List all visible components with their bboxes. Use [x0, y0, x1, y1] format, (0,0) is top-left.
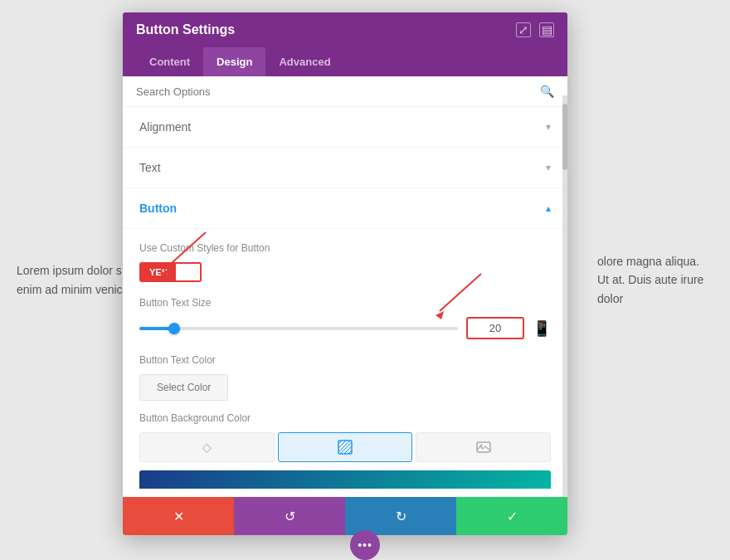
slider-row: 20 📱 — [139, 317, 551, 339]
tab-design[interactable]: Design — [203, 47, 265, 76]
text-color-picker[interactable]: Select Color — [139, 374, 228, 401]
cancel-button[interactable]: ✕ — [123, 497, 234, 535]
button-settings-modal: Button Settings ⤢ ▤ Content Design Advan… — [123, 12, 567, 535]
bg-text-right: olore magna aliqua. Ut at. Duis aute iru… — [597, 252, 713, 308]
expand-icon[interactable]: ⤢ — [516, 22, 531, 37]
tab-advanced[interactable]: Advanced — [265, 47, 343, 76]
solid-color-option[interactable]: ◇ — [139, 432, 275, 462]
button-section-title: Button — [139, 202, 177, 215]
text-title: Text — [139, 161, 161, 174]
alignment-title: Alignment — [139, 120, 191, 134]
bg-color-options: ◇ — [139, 432, 551, 462]
toggle-row: YES — [139, 262, 551, 282]
sidebar-icon[interactable]: ▤ — [539, 22, 554, 37]
tab-content[interactable]: Content — [136, 47, 203, 76]
svg-line-5 — [344, 446, 352, 454]
slider-container — [139, 327, 458, 330]
no-button[interactable] — [176, 264, 200, 280]
button-section-content: Use Custom Styles for Button YES Button … — [123, 229, 567, 489]
yes-no-toggle[interactable]: YES — [139, 262, 202, 282]
modal-scrollbar[interactable] — [562, 95, 567, 497]
svg-line-2 — [338, 441, 346, 448]
section-text[interactable]: Text ▾ — [123, 148, 567, 188]
slider-thumb[interactable] — [168, 323, 180, 334]
slider-fill — [139, 327, 171, 330]
yes-button[interactable]: YES — [141, 264, 176, 280]
text-chevron: ▾ — [546, 162, 551, 173]
bg-color-label: Button Background Color — [139, 412, 551, 424]
slider-value[interactable]: 20 — [466, 317, 524, 339]
search-bar: 🔍 — [123, 76, 567, 107]
redo-button[interactable]: ↻ — [345, 497, 456, 535]
section-button-header[interactable]: Button ▴ — [123, 188, 567, 229]
image-color-option[interactable] — [416, 432, 551, 462]
gradient-color-option[interactable] — [278, 432, 413, 462]
search-icon: 🔍 — [540, 85, 554, 98]
modal-footer: ✕ ↺ ↻ ✓ — [123, 497, 567, 535]
save-button[interactable]: ✓ — [456, 497, 567, 535]
device-icon[interactable]: 📱 — [533, 319, 551, 338]
undo-button[interactable]: ↺ — [234, 497, 345, 535]
modal-content: Alignment ▾ Text ▾ Button ▴ Use Custom S… — [123, 107, 567, 489]
text-color-label: Button Text Color — [139, 354, 551, 366]
section-alignment[interactable]: Alignment ▾ — [123, 107, 567, 148]
image-icon — [476, 441, 491, 453]
search-input[interactable] — [136, 85, 540, 98]
three-dots-button[interactable]: ••• — [350, 530, 380, 560]
alignment-chevron: ▾ — [546, 121, 551, 133]
modal-header-icons: ⤢ ▤ — [516, 22, 554, 37]
gradient-preview — [139, 470, 551, 489]
button-chevron: ▴ — [546, 202, 551, 214]
custom-styles-label: Use Custom Styles for Button — [139, 242, 551, 254]
modal-tabs: Content Design Advanced — [123, 47, 567, 76]
scrollbar-thumb — [562, 104, 567, 170]
modal-title: Button Settings — [136, 22, 235, 37]
svg-rect-0 — [338, 441, 352, 454]
gradient-icon — [338, 440, 353, 455]
slider-track — [139, 327, 458, 330]
text-size-label: Button Text Size — [139, 297, 551, 309]
modal-header: Button Settings ⤢ ▤ — [123, 12, 567, 47]
bg-text-left: Lorem ipsum dolor s enim ad minim venic — [17, 261, 133, 299]
